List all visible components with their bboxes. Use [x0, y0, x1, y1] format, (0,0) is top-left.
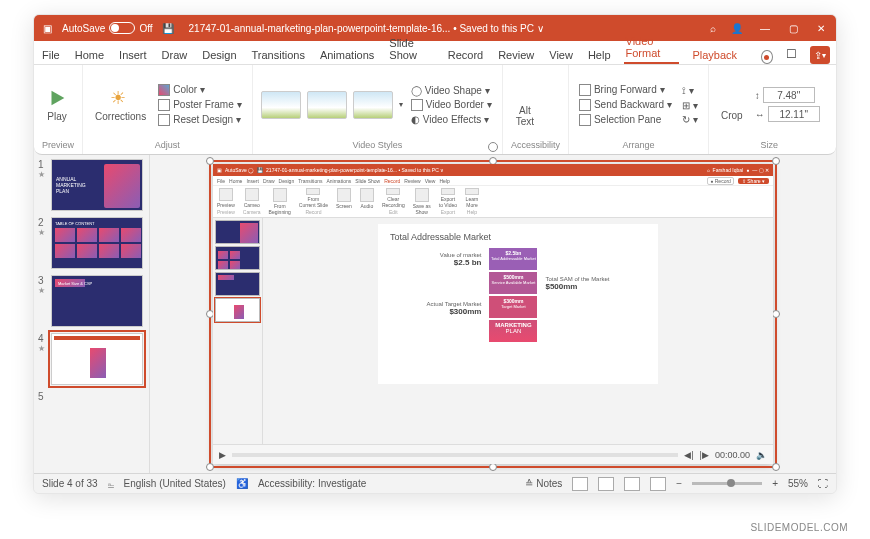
- thumb-4[interactable]: 4★: [38, 333, 145, 385]
- frame-icon: [158, 99, 170, 111]
- handle-br[interactable]: [772, 463, 780, 471]
- height-input[interactable]: 7.48": [763, 87, 815, 103]
- emb-search-icon: ⌕: [707, 167, 710, 173]
- share-button[interactable]: ⇪▾: [810, 46, 830, 64]
- video-play-button[interactable]: ▶: [219, 450, 226, 460]
- handle-mr[interactable]: [772, 310, 780, 318]
- corrections-button[interactable]: ☀ Corrections: [91, 85, 150, 124]
- tab-view[interactable]: View: [547, 46, 575, 64]
- handle-bl[interactable]: [206, 463, 214, 471]
- emb-user: Farshad Iqbal: [713, 167, 744, 173]
- tab-home[interactable]: Home: [73, 46, 106, 64]
- color-button[interactable]: Color ▾: [156, 83, 244, 97]
- group-objects-button[interactable]: ⊞▾: [680, 99, 700, 112]
- slide-thumbnail-panel[interactable]: 1★ ANNUALMARKETINGPLAN 2★ TABLE OF CONTE…: [34, 155, 150, 473]
- group-video-styles: ▾ ◯Video Shape ▾ Video Border ▾ ◐Video E…: [253, 65, 503, 154]
- fit-window-button[interactable]: ⛶: [818, 478, 828, 489]
- ribbon: Play Preview ☀ Corrections Color ▾ Poste…: [34, 65, 836, 155]
- accessibility-status[interactable]: Accessibility: Investigate: [258, 478, 366, 489]
- height-icon: ↕: [755, 90, 760, 101]
- ribbon-tab-strip: File Home Insert Draw Design Transitions…: [34, 41, 836, 65]
- video-border-button[interactable]: Video Border ▾: [409, 98, 494, 112]
- language-icon: ⎁: [108, 478, 114, 489]
- slide-canvas[interactable]: ▣ AutoSave ◯ 💾 21747-01-annual-marketing…: [150, 155, 836, 473]
- notes-button[interactable]: ≙ Notes: [525, 478, 562, 489]
- record-toggle-icon[interactable]: [761, 50, 772, 64]
- autosave-label: AutoSave: [62, 23, 105, 34]
- tab-transitions[interactable]: Transitions: [250, 46, 307, 64]
- video-prev-frame[interactable]: ◀|: [684, 450, 693, 460]
- slide-counter: Slide 4 of 33: [42, 478, 98, 489]
- thumb-5[interactable]: 5: [38, 391, 145, 402]
- sorter-view-button[interactable]: [598, 477, 614, 491]
- zoom-percent[interactable]: 55%: [788, 478, 808, 489]
- tab-video-format[interactable]: Video Format: [624, 32, 680, 64]
- emb-slide-content: Total Addressable Market Value of market…: [378, 224, 658, 384]
- tab-design[interactable]: Design: [200, 46, 238, 64]
- thumb-1-preview: ANNUALMARKETINGPLAN: [51, 159, 143, 211]
- close-button[interactable]: ✕: [812, 23, 830, 34]
- rotate-button[interactable]: ↻▾: [680, 113, 700, 126]
- border-icon: [411, 99, 423, 111]
- zoom-in-button[interactable]: +: [772, 478, 778, 489]
- slideshow-view-button[interactable]: [650, 477, 666, 491]
- accessibility-icon: ♿: [236, 478, 248, 489]
- brightness-icon: ☀: [110, 87, 132, 109]
- tab-review[interactable]: Review: [496, 46, 536, 64]
- video-shape-button[interactable]: ◯Video Shape ▾: [409, 84, 494, 97]
- zoom-out-button[interactable]: −: [676, 478, 682, 489]
- handle-tr[interactable]: [772, 157, 780, 165]
- selection-pane-icon: [579, 114, 591, 126]
- bring-forward-button[interactable]: Bring Forward ▾: [577, 83, 674, 97]
- thumb-2[interactable]: 2★ TABLE OF CONTENT: [38, 217, 145, 269]
- tab-animations[interactable]: Animations: [318, 46, 376, 64]
- tab-slideshow[interactable]: Slide Show: [387, 34, 434, 64]
- autosave-toggle[interactable]: AutoSave Off: [62, 22, 153, 34]
- tab-help[interactable]: Help: [586, 46, 613, 64]
- crop-icon: [722, 88, 742, 108]
- align-button[interactable]: ⟟▾: [680, 84, 700, 98]
- zoom-slider[interactable]: [692, 482, 762, 485]
- reset-design-button[interactable]: Reset Design ▾: [156, 113, 244, 127]
- alt-text-icon: [515, 83, 535, 103]
- search-icon[interactable]: ⌕: [706, 21, 720, 35]
- group-icon: ⊞: [682, 100, 690, 111]
- thumb-1[interactable]: 1★ ANNUALMARKETINGPLAN: [38, 159, 145, 211]
- volume-icon[interactable]: 🔈: [756, 450, 767, 460]
- tab-insert[interactable]: Insert: [117, 46, 149, 64]
- crop-button[interactable]: Crop: [717, 86, 747, 123]
- group-arrange: Bring Forward ▾ Send Backward ▾ Selectio…: [569, 65, 709, 154]
- save-icon[interactable]: 💾: [161, 21, 175, 35]
- style-gallery-more[interactable]: ▾: [399, 100, 403, 109]
- style-preset-1[interactable]: [261, 91, 301, 119]
- workspace: 1★ ANNUALMARKETINGPLAN 2★ TABLE OF CONTE…: [34, 155, 836, 473]
- style-preset-3[interactable]: [353, 91, 393, 119]
- poster-frame-button[interactable]: Poster Frame ▾: [156, 98, 244, 112]
- emb-canvas: Total Addressable Market Value of market…: [263, 218, 773, 464]
- reading-view-button[interactable]: [624, 477, 640, 491]
- tab-file[interactable]: File: [40, 46, 62, 64]
- handle-bm[interactable]: [489, 463, 497, 471]
- video-next-frame[interactable]: |▶: [700, 450, 709, 460]
- account-icon[interactable]: 👤: [728, 23, 746, 34]
- video-scrubber[interactable]: [232, 453, 678, 457]
- thumb-3[interactable]: 3★ Market Size & CSP: [38, 275, 145, 327]
- tab-record[interactable]: Record: [446, 46, 485, 64]
- normal-view-button[interactable]: [572, 477, 588, 491]
- selection-pane-button[interactable]: Selection Pane: [577, 113, 674, 127]
- tab-playback[interactable]: Playback: [690, 46, 739, 64]
- play-button[interactable]: Play: [42, 85, 72, 124]
- send-backward-button[interactable]: Send Backward ▾: [577, 98, 674, 112]
- width-input[interactable]: 12.11": [768, 106, 820, 122]
- tab-draw[interactable]: Draw: [160, 46, 190, 64]
- emb-thumbs: [213, 218, 263, 464]
- minimize-button[interactable]: —: [756, 23, 774, 34]
- language-status[interactable]: English (United States): [124, 478, 226, 489]
- comments-button[interactable]: ☐: [784, 44, 799, 64]
- video-effects-button[interactable]: ◐Video Effects ▾: [409, 113, 494, 126]
- emb-save-icon: 💾: [257, 167, 263, 173]
- alt-text-button[interactable]: Alt Text: [511, 81, 539, 129]
- style-preset-2[interactable]: [307, 91, 347, 119]
- svg-marker-0: [52, 91, 65, 106]
- maximize-button[interactable]: ▢: [784, 23, 802, 34]
